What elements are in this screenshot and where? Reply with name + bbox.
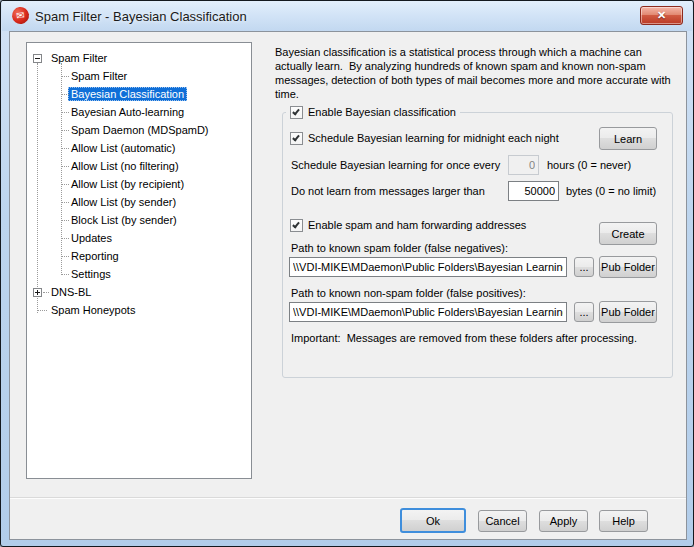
tree-item-label: Reporting bbox=[68, 249, 122, 263]
tree-item-label: Allow List (by recipient) bbox=[68, 177, 187, 191]
schedule-midnight-checkbox[interactable]: Schedule Bayesian learning for midnight … bbox=[290, 131, 559, 145]
tree-item-label: Block List (by sender) bbox=[68, 213, 180, 227]
app-icon: ✉ bbox=[11, 6, 30, 25]
tree-expander-minus-icon[interactable] bbox=[33, 54, 42, 63]
spam-path-input[interactable] bbox=[289, 257, 567, 277]
apply-button[interactable]: Apply bbox=[539, 510, 588, 532]
ham-path-browse-button[interactable]: ... bbox=[574, 302, 594, 322]
schedule-every-suffix: hours (0 = never) bbox=[547, 159, 631, 171]
tree-item-label: Bayesian Classification bbox=[68, 87, 187, 101]
tree-item-settings[interactable]: Settings bbox=[27, 265, 251, 283]
tree-item-label: Bayesian Auto-learning bbox=[68, 105, 187, 119]
ham-path-label: Path to known non-spam folder (false pos… bbox=[291, 287, 526, 299]
tree-item-label: Spam Filter bbox=[48, 51, 110, 65]
forwarding-checkbox[interactable]: Enable spam and ham forwarding addresses bbox=[290, 218, 526, 232]
enable-bayesian-checkbox[interactable]: Enable Bayesian classification bbox=[286, 105, 460, 119]
dialog-window: ✉ Spam Filter - Bayesian Classification … bbox=[0, 0, 694, 547]
tree-item-spam-honeypots[interactable]: Spam Honeypots bbox=[27, 301, 251, 319]
tree-item-block-list-by-sender[interactable]: Block List (by sender) bbox=[27, 211, 251, 229]
spam-path-browse-button[interactable]: ... bbox=[574, 257, 594, 277]
important-note: Important: Messages are removed from the… bbox=[291, 332, 637, 344]
tree-item-label: DNS-BL bbox=[48, 285, 94, 299]
check-icon bbox=[292, 220, 300, 228]
max-size-suffix: bytes (0 = no limit) bbox=[566, 185, 656, 197]
close-button[interactable]: ✕ bbox=[640, 6, 683, 25]
check-icon bbox=[292, 133, 300, 141]
enable-bayesian-checkbox-label: Enable Bayesian classification bbox=[308, 106, 456, 118]
tree-item-spam-filter[interactable]: Spam Filter bbox=[27, 67, 251, 85]
tree-item-reporting[interactable]: Reporting bbox=[27, 247, 251, 265]
tree-list: Spam Filter Spam Filter Bayesian Classif… bbox=[27, 43, 251, 319]
tree-item-bayesian-classification[interactable]: Bayesian Classification bbox=[27, 85, 251, 103]
spam-path-label: Path to known spam folder (false negativ… bbox=[291, 242, 508, 254]
check-icon bbox=[292, 107, 300, 115]
close-icon: ✕ bbox=[657, 10, 666, 21]
description-text: Bayesian classification is a statistical… bbox=[275, 45, 679, 101]
schedule-midnight-checkbox-label: Schedule Bayesian learning for midnight … bbox=[308, 132, 559, 144]
create-button[interactable]: Create bbox=[599, 222, 657, 245]
help-button[interactable]: Help bbox=[599, 510, 648, 532]
ham-pub-folder-button[interactable]: Pub Folder bbox=[599, 301, 657, 323]
tree-item-bayesian-auto-learning[interactable]: Bayesian Auto-learning bbox=[27, 103, 251, 121]
navigation-tree: Spam Filter Spam Filter Bayesian Classif… bbox=[26, 42, 252, 479]
checkbox-checked-icon[interactable] bbox=[290, 106, 303, 119]
cancel-button[interactable]: Cancel bbox=[478, 510, 527, 532]
tree-item-label: Settings bbox=[68, 267, 114, 281]
tree-expander-plus-icon[interactable] bbox=[33, 288, 42, 297]
tree-item-allow-list-by-recipient[interactable]: Allow List (by recipient) bbox=[27, 175, 251, 193]
ok-button[interactable]: Ok bbox=[400, 508, 466, 533]
tree-item-label: Allow List (automatic) bbox=[68, 141, 179, 155]
tree-item-label: Spam Honeypots bbox=[48, 303, 138, 317]
ham-path-input[interactable] bbox=[289, 302, 567, 322]
titlebar[interactable]: ✉ Spam Filter - Bayesian Classification … bbox=[2, 1, 692, 31]
checkbox-checked-icon[interactable] bbox=[290, 219, 303, 232]
max-size-input[interactable] bbox=[508, 181, 559, 201]
tree-item-label: Spam Daemon (MDSpamD) bbox=[68, 123, 212, 137]
tree-item-spam-filter-root[interactable]: Spam Filter bbox=[27, 49, 251, 67]
checkbox-checked-icon[interactable] bbox=[290, 132, 303, 145]
tree-item-label: Allow List (no filtering) bbox=[68, 159, 182, 173]
max-size-label: Do not learn from messages larger than bbox=[291, 185, 485, 197]
tree-item-label: Allow List (by sender) bbox=[68, 195, 179, 209]
tree-item-allow-list-no-filtering[interactable]: Allow List (no filtering) bbox=[27, 157, 251, 175]
forwarding-checkbox-label: Enable spam and ham forwarding addresses bbox=[308, 219, 526, 231]
schedule-hours-input bbox=[508, 155, 539, 175]
tree-item-label: Spam Filter bbox=[68, 69, 130, 83]
tree-item-label: Updates bbox=[68, 231, 115, 245]
tree-item-spam-daemon[interactable]: Spam Daemon (MDSpamD) bbox=[27, 121, 251, 139]
app-icon-glyph: ✉ bbox=[16, 9, 26, 21]
tree-item-dns-bl[interactable]: DNS-BL bbox=[27, 283, 251, 301]
tree-item-allow-list-by-sender[interactable]: Allow List (by sender) bbox=[27, 193, 251, 211]
window-title: Spam Filter - Bayesian Classification bbox=[35, 9, 247, 24]
footer-separator bbox=[10, 497, 686, 499]
tree-item-updates[interactable]: Updates bbox=[27, 229, 251, 247]
learn-button[interactable]: Learn bbox=[599, 127, 657, 150]
spam-pub-folder-button[interactable]: Pub Folder bbox=[599, 256, 657, 278]
tree-item-allow-list-automatic[interactable]: Allow List (automatic) bbox=[27, 139, 251, 157]
schedule-every-label: Schedule Bayesian learning for once ever… bbox=[291, 159, 500, 171]
